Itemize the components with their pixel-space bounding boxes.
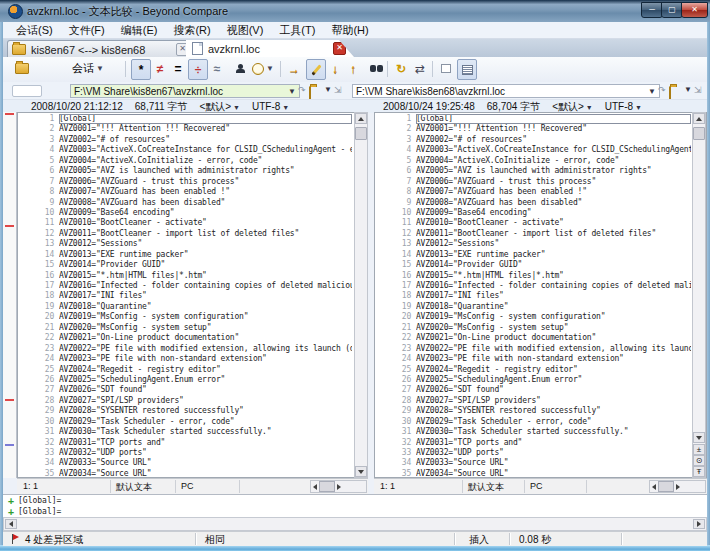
diff-mark[interactable] — [5, 444, 14, 446]
layout-split-button[interactable] — [457, 59, 477, 80]
menu-item[interactable]: 编辑(E) — [114, 22, 165, 39]
code-line[interactable]: 23AVZ0022="PE file with modified extensi… — [18, 344, 352, 354]
code-line[interactable]: 4AVZ0003="ActiveX.CoCreateInstance for C… — [18, 145, 352, 155]
code-line[interactable]: 19AVZ0018="Quarantine" — [18, 302, 352, 312]
copy-to-right-button[interactable]: → — [285, 59, 303, 78]
code-line[interactable]: 6AVZ0005="AVZ is launched with administr… — [18, 166, 352, 176]
code-line[interactable]: 33AVZ0032="UDP ports" — [18, 448, 352, 458]
code-line[interactable]: 22AVZ0021="On-Line product documentation… — [18, 333, 352, 343]
code-line[interactable]: 5AVZ0004="ActiveX.CoInitialize - error, … — [18, 156, 352, 166]
scroll-down-button[interactable] — [355, 466, 367, 477]
code-line[interactable]: 21AVZ0020="MsConfig - system setup" — [18, 323, 352, 333]
code-line[interactable]: 13AVZ0012="Sessions" — [18, 239, 352, 249]
code-line[interactable]: 3AVZ0002="# of resources" — [18, 135, 352, 145]
menu-item[interactable]: 文件(F) — [62, 22, 112, 39]
minimize-button[interactable]: ─ — [641, 2, 663, 18]
code-line[interactable]: 16AVZ0015="*.htm|HTML files|*.htm" — [375, 271, 691, 281]
code-line[interactable]: 29AVZ0028="SYSENTER restored successfull… — [375, 406, 691, 416]
code-line[interactable]: 7AVZ0006="AVZGuard - trust this process" — [18, 177, 352, 187]
scroll-up-button[interactable] — [693, 113, 705, 124]
right-line-ending[interactable]: PC — [530, 481, 543, 491]
left-explore-icon[interactable]: ⇲ — [334, 85, 342, 95]
refresh-button[interactable]: ↻ — [392, 59, 410, 78]
left-path-input[interactable]: F:\VM Share\kis8en67\avzkrnl.loc ▼ — [70, 84, 300, 98]
code-line[interactable]: 17AVZ0016="Infected - folder containing … — [18, 281, 352, 291]
code-line[interactable]: 3AVZ0002="# of resources" — [375, 135, 691, 145]
chevron-down-icon[interactable]: ▼ — [648, 87, 656, 96]
left-refresh-icon[interactable]: ↷ — [298, 85, 306, 95]
code-line[interactable]: 33AVZ0032="UDP ports" — [375, 448, 691, 458]
scrollbar-thumb[interactable] — [658, 481, 674, 492]
diff-mark[interactable] — [5, 113, 14, 115]
diff-overview-map[interactable] — [3, 112, 17, 478]
swap-sides-button[interactable]: ⇄ — [411, 59, 429, 78]
code-line[interactable]: 12AVZ0011="BootCleaner - import list of … — [375, 229, 691, 239]
left-browse-dropdown[interactable]: ▼ — [324, 85, 332, 94]
session-menu-button[interactable]: 会话▼ — [59, 59, 117, 78]
code-line[interactable]: 15AVZ0014="Provider GUID" — [375, 260, 691, 270]
left-vertical-scrollbar[interactable] — [354, 112, 368, 478]
menu-item[interactable]: 工具(T) — [272, 22, 322, 39]
ignore-unimportant-button[interactable]: ≈ — [209, 59, 225, 78]
left-code-area[interactable]: 1[Global]2AVZ0001="!!! Attention !!! Rec… — [18, 114, 352, 477]
code-line[interactable]: 28AVZ0027="SPI/LSP providers" — [18, 396, 352, 406]
title-bar[interactable]: avzkrnl.loc - 文本比较 - Beyond Compare ─ ▢ … — [0, 0, 710, 22]
right-horizontal-scrollbar[interactable] — [649, 480, 706, 493]
code-line[interactable]: 11AVZ0010="BootCleaner - activate" — [375, 218, 691, 228]
menu-item[interactable]: 会话(S) — [9, 22, 60, 39]
code-line[interactable]: 24AVZ0023="PE file with non-standard ext… — [18, 354, 352, 364]
code-line[interactable]: 12AVZ0011="BootCleaner - import list of … — [18, 229, 352, 239]
center-difference-button[interactable]: ± — [693, 444, 705, 455]
menu-item[interactable]: 视图(V) — [220, 22, 271, 39]
scroll-left-button[interactable] — [5, 519, 17, 529]
scroll-up-button[interactable] — [355, 113, 367, 124]
code-line[interactable]: 9AVZ0008="AVZGuard has been disabled" — [375, 198, 691, 208]
previous-difference-button[interactable]: ↑ — [345, 59, 361, 78]
right-path-input[interactable]: F:\VM Share\kis8en68\avzkrnl.loc ▼ — [352, 84, 660, 98]
code-line[interactable]: 8AVZ0007="AVZGuard has been enabled !" — [18, 187, 352, 197]
code-line[interactable]: 9AVZ0008="AVZGuard has been disabled" — [18, 198, 352, 208]
code-line[interactable]: 25AVZ0024="Regedit - registry editor" — [375, 365, 691, 375]
code-line[interactable]: 16AVZ0015="*.htm|HTML files|*.htm" — [18, 271, 352, 281]
show-differences-button[interactable]: ≠ — [152, 59, 168, 78]
code-line[interactable]: 7AVZ0006="AVZGuard - trust this process" — [375, 177, 691, 187]
code-line[interactable]: 31AVZ0030="Task Scheduler started succes… — [375, 427, 691, 437]
left-encoding-select[interactable]: UTF-8▼ — [252, 101, 289, 112]
code-line[interactable]: 15AVZ0014="Provider GUID" — [18, 260, 352, 270]
right-syntax-mode[interactable]: 默认文本 — [468, 481, 504, 494]
right-encoding-select[interactable]: UTF-8▼ — [605, 101, 642, 112]
code-line[interactable]: 26AVZ0025="SchedulingAgent.Enum error" — [18, 375, 352, 385]
current-difference-button[interactable]: ⊙ — [693, 455, 705, 466]
open-session-button[interactable] — [13, 59, 31, 78]
code-line[interactable]: 20AVZ0019="MsConfig - system configurati… — [18, 312, 352, 322]
code-line[interactable]: 28AVZ0027="SPI/LSP providers" — [375, 396, 691, 406]
session-toggle[interactable] — [12, 85, 42, 97]
code-line[interactable]: 23AVZ0022="PE file with modified extensi… — [375, 344, 691, 354]
code-line[interactable]: 17AVZ0016="Infected - folder containing … — [375, 281, 691, 291]
next-difference-button[interactable]: ↓ — [327, 59, 343, 78]
detail-row[interactable]: +[Global]= — [3, 495, 707, 506]
code-line[interactable]: 35AVZ0034="Source URL" — [18, 469, 352, 477]
code-line[interactable]: 30AVZ0029="Task Scheduler - error, code" — [375, 417, 691, 427]
detail-row[interactable]: +[Global]= — [3, 506, 707, 517]
code-line[interactable]: 4AVZ0003="ActiveX.CoCreateInstance for C… — [375, 145, 691, 155]
code-line[interactable]: 6AVZ0005="AVZ is launched with administr… — [375, 166, 691, 176]
code-line[interactable]: 18AVZ0017="INI files" — [375, 291, 691, 301]
code-line[interactable]: 2AVZ0001="!!! Attention !!! Recovered" — [375, 124, 691, 134]
code-line[interactable]: 11AVZ0010="BootCleaner - activate" — [18, 218, 352, 228]
left-line-ending[interactable]: PC — [181, 481, 194, 491]
scroll-down-button[interactable] — [693, 432, 705, 443]
tab-avzkrnl[interactable]: avzkrnl.loc ✕ — [186, 40, 364, 57]
scrollbar-thumb[interactable] — [693, 127, 705, 140]
code-line[interactable]: 24AVZ0023="PE file with non-standard ext… — [375, 354, 691, 364]
show-same-button[interactable]: = — [170, 59, 186, 78]
close-button[interactable]: ✕ — [681, 2, 708, 18]
rules-button[interactable] — [231, 59, 249, 78]
menu-item[interactable]: 搜索(R) — [166, 22, 217, 39]
code-line[interactable]: 26AVZ0025="SchedulingAgent.Enum error" — [375, 375, 691, 385]
scrollbar-thumb[interactable] — [319, 481, 335, 492]
code-line[interactable]: 5AVZ0004="ActiveX.CoInitialize - error, … — [375, 156, 691, 166]
tab-session-overview[interactable]: kis8en67 <--> kis8en68 ✕ — [7, 40, 194, 58]
line-details-pane[interactable]: +[Global]=+[Global]= — [3, 494, 707, 518]
layout-single-button[interactable] — [437, 59, 455, 78]
